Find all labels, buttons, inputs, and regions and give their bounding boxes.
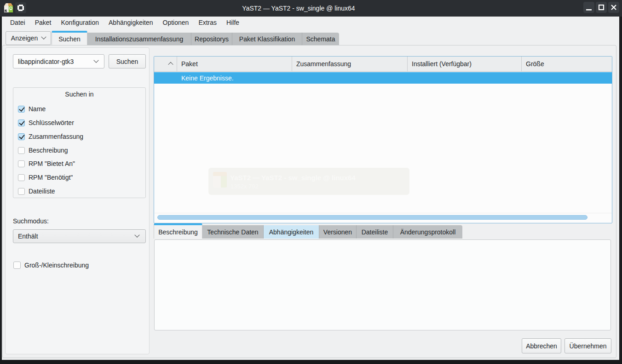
filelist-checkbox[interactable] xyxy=(18,188,25,195)
search-input-value: libappindicator-gtk3 xyxy=(18,58,74,65)
tab-paket-klassifikation[interactable]: Paket Klassifikation xyxy=(232,33,302,45)
chevron-down-icon xyxy=(134,233,139,238)
tab-repositorys[interactable]: Repositorys xyxy=(191,33,232,45)
window-title: YaST2 — YaST2 - sw_single @ linux64 xyxy=(0,0,622,17)
detail-tab-aenderungsprotokoll[interactable]: Änderungsprotokoll xyxy=(393,225,462,239)
search-button[interactable]: Suchen xyxy=(109,54,146,68)
no-results-row[interactable]: Keine Ergebnisse. xyxy=(154,72,612,84)
chevron-down-icon[interactable] xyxy=(93,58,98,63)
search-mode-select[interactable]: Enthält xyxy=(13,229,146,243)
menu-konfiguration[interactable]: Konfiguration xyxy=(61,19,99,26)
menu-datei[interactable]: Datei xyxy=(10,19,25,26)
view-selector-button[interactable]: Anzeigen xyxy=(6,31,51,45)
view-selector-label: Anzeigen xyxy=(11,34,38,42)
detail-tab-technische-daten[interactable]: Technische Daten xyxy=(202,225,264,239)
maximize-button[interactable] xyxy=(596,2,607,13)
ghost-yast-icon xyxy=(213,172,227,188)
detail-tab-beschreibung[interactable]: Beschreibung xyxy=(154,223,202,239)
column-header-groesse[interactable]: Größe xyxy=(522,57,612,71)
minimize-button[interactable] xyxy=(583,2,594,13)
window-border-right xyxy=(619,17,622,360)
keywords-checkbox[interactable] xyxy=(18,119,25,126)
menubar: Datei Paket Konfiguration Abhängigkeiten… xyxy=(2,17,619,28)
menu-paket[interactable]: Paket xyxy=(35,19,52,26)
description-checkbox[interactable] xyxy=(18,147,25,154)
checkbox-row-beschreibung[interactable]: Beschreibung xyxy=(18,143,68,157)
detail-tab-dateiliste[interactable]: Dateiliste xyxy=(357,225,393,239)
tab-schemata[interactable]: Schemata xyxy=(302,33,339,45)
sort-ascending-icon xyxy=(168,62,173,67)
sort-column-header[interactable] xyxy=(154,57,177,71)
menu-extras[interactable]: Extras xyxy=(198,19,217,26)
column-header-installiert[interactable]: Installiert (Verfügbar) xyxy=(408,57,522,71)
search-in-groupbox: Suchen in Name Schlüsselwörter Zusammenf… xyxy=(13,87,146,198)
checkbox-row-name[interactable]: Name xyxy=(18,102,46,116)
results-table-header: Paket Zusammenfassung Installiert (Verfü… xyxy=(154,57,612,72)
checkbox-row-dateiliste[interactable]: Dateiliste xyxy=(18,184,55,198)
results-table: Paket Zusammenfassung Installiert (Verfü… xyxy=(154,56,612,223)
tab-installationszusammenfassung[interactable]: Installationszusammenfassung xyxy=(87,33,191,45)
horizontal-scrollbar[interactable] xyxy=(157,215,587,220)
column-header-zusammenfassung[interactable]: Zusammenfassung xyxy=(292,57,408,71)
tab-suchen[interactable]: Suchen xyxy=(52,31,87,45)
checkbox-row-rpm-bietet-an[interactable]: RPM "Bietet An" xyxy=(18,157,75,171)
case-sensitive-checkbox[interactable] xyxy=(13,262,21,269)
menu-abhaengigkeiten[interactable]: Abhängigkeiten xyxy=(109,19,153,26)
search-mode-value: Enthält xyxy=(18,233,38,240)
yast2-software-window: YaST2 — YaST2 - sw_single @ linux64 Date… xyxy=(0,0,622,364)
ghost-title: YaST2 — YaST2 - sw_single @ linux64 xyxy=(230,174,356,182)
chevron-down-icon xyxy=(41,34,46,40)
detail-tab-abhaengigkeiten[interactable]: Abhängigkeiten xyxy=(264,225,319,239)
rpm-provides-checkbox[interactable] xyxy=(18,160,25,167)
window-border-left xyxy=(0,17,2,360)
name-checkbox[interactable] xyxy=(18,106,25,113)
menu-optionen[interactable]: Optionen xyxy=(163,19,189,26)
search-mode-label: Suchmodus: xyxy=(13,217,49,225)
window-border-bottom xyxy=(0,360,622,364)
apply-button[interactable]: Übernehmen xyxy=(564,338,611,353)
checkbox-row-schluesselwoerter[interactable]: Schlüsselwörter xyxy=(18,116,74,130)
case-sensitive-row[interactable]: Groß-/Kleinschreibung xyxy=(13,262,89,269)
rpm-requires-checkbox[interactable] xyxy=(18,174,25,181)
cancel-button[interactable]: Abbrechen xyxy=(522,338,561,353)
close-button[interactable] xyxy=(608,2,619,13)
ghost-window-tooltip: YaST2 — YaST2 - sw_single @ linux64 1352… xyxy=(208,168,409,195)
detail-tab-versionen[interactable]: Versionen xyxy=(319,225,357,239)
search-in-title: Suchen in xyxy=(13,91,145,98)
search-input[interactable]: libappindicator-gtk3 xyxy=(13,54,104,68)
checkbox-row-zusammenfassung[interactable]: Zusammenfassung xyxy=(18,130,83,143)
ghost-size: 622x 364 xyxy=(230,183,259,190)
titlebar[interactable]: YaST2 — YaST2 - sw_single @ linux64 xyxy=(0,0,622,17)
summary-checkbox[interactable] xyxy=(18,133,25,140)
column-header-paket[interactable]: Paket xyxy=(177,57,292,71)
checkbox-row-rpm-benoetigt[interactable]: RPM "Benötigt" xyxy=(18,171,73,184)
menu-hilfe[interactable]: Hilfe xyxy=(226,19,239,26)
description-textarea[interactable] xyxy=(154,239,611,330)
table-separator xyxy=(155,213,612,213)
